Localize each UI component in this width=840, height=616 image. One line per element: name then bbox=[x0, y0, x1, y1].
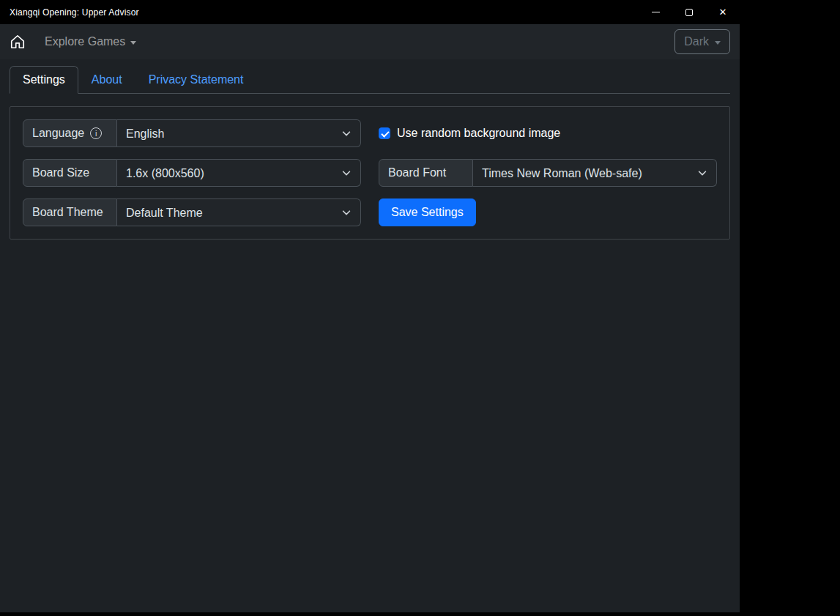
language-label: Language i bbox=[23, 119, 117, 147]
maximize-icon bbox=[685, 9, 693, 16]
language-select[interactable]: English bbox=[117, 119, 361, 147]
minimize-icon bbox=[652, 12, 660, 12]
maximize-button[interactable] bbox=[672, 0, 706, 24]
tab-about[interactable]: About bbox=[78, 66, 135, 94]
window-title: Xiangqi Opening: Upper Advisor bbox=[0, 7, 139, 18]
close-icon: ✕ bbox=[719, 7, 727, 18]
navbar: Explore Games Dark bbox=[0, 24, 740, 59]
minimize-button[interactable] bbox=[639, 0, 672, 24]
home-icon bbox=[10, 34, 26, 50]
board-font-select[interactable]: Times New Roman (Web-safe) bbox=[473, 159, 717, 187]
language-input-group: Language i English bbox=[23, 119, 361, 147]
tab-privacy-statement[interactable]: Privacy Statement bbox=[135, 66, 257, 94]
window-controls: ✕ bbox=[639, 0, 740, 24]
random-background-label[interactable]: Use random background image bbox=[397, 127, 560, 140]
settings-panel: Language i English Use random background… bbox=[10, 106, 730, 240]
info-icon: i bbox=[90, 127, 102, 139]
close-button[interactable]: ✕ bbox=[706, 0, 740, 24]
explore-games-dropdown[interactable]: Explore Games bbox=[45, 35, 136, 48]
board-theme-select[interactable]: Default Theme bbox=[117, 198, 361, 226]
board-font-label: Board Font bbox=[379, 159, 473, 187]
home-button[interactable] bbox=[10, 34, 26, 50]
tab-bar: Settings About Privacy Statement bbox=[10, 66, 730, 94]
caret-down-icon bbox=[130, 41, 136, 45]
app-window: Xiangqi Opening: Upper Advisor ✕ Explore… bbox=[0, 0, 740, 612]
titlebar: Xiangqi Opening: Upper Advisor ✕ bbox=[0, 0, 740, 24]
board-theme-label: Board Theme bbox=[23, 198, 117, 226]
board-theme-input-group: Board Theme Default Theme bbox=[23, 198, 361, 226]
main-content: Settings About Privacy Statement Languag… bbox=[0, 59, 740, 240]
board-font-input-group: Board Font Times New Roman (Web-safe) bbox=[379, 159, 717, 187]
tab-settings[interactable]: Settings bbox=[10, 66, 78, 94]
theme-dropdown-button[interactable]: Dark bbox=[674, 29, 730, 54]
board-size-input-group: Board Size 1.6x (800x560) bbox=[23, 159, 361, 187]
theme-button-label: Dark bbox=[684, 35, 709, 48]
random-background-row: Use random background image bbox=[379, 127, 717, 140]
board-size-select[interactable]: 1.6x (800x560) bbox=[117, 159, 361, 187]
save-settings-button[interactable]: Save Settings bbox=[379, 198, 476, 226]
random-background-checkbox[interactable] bbox=[379, 127, 390, 139]
caret-down-icon bbox=[715, 41, 721, 45]
explore-games-label: Explore Games bbox=[45, 35, 125, 48]
board-size-label: Board Size bbox=[23, 159, 117, 187]
